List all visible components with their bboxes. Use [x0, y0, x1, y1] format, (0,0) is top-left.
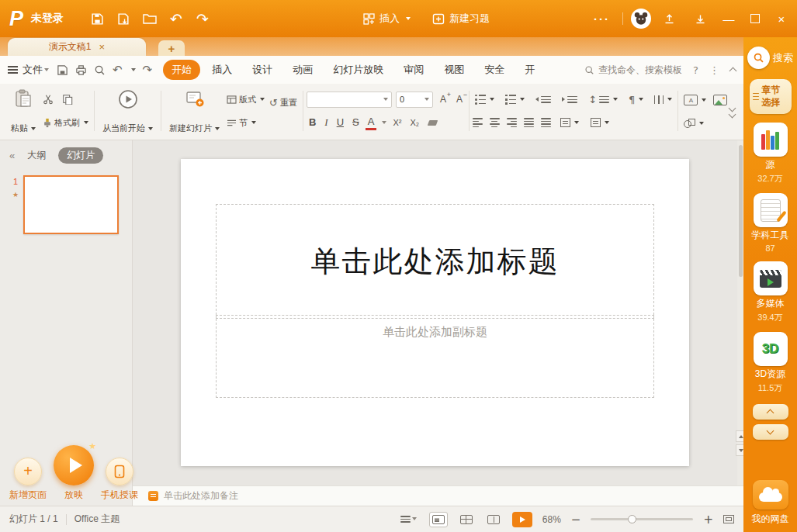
reading-view-button[interactable] [485, 513, 502, 527]
zoom-in-button[interactable]: + [703, 513, 713, 527]
paste-button[interactable]: 粘贴 [6, 86, 40, 136]
subtitle-placeholder[interactable]: 单击此处添加副标题 [216, 315, 654, 398]
start-from-current-button[interactable]: 从当前开始 [98, 86, 158, 136]
save-button[interactable] [84, 7, 110, 30]
align-center-button[interactable] [490, 118, 500, 127]
upload-button[interactable] [656, 7, 682, 30]
resource-card-subject-tools[interactable]: 学科工具 87 [752, 193, 789, 253]
tab-view[interactable]: 视图 [435, 60, 473, 80]
cut-button[interactable] [40, 92, 56, 107]
title-placeholder[interactable]: 单击此处添加标题 [216, 204, 654, 319]
print-preview-icon[interactable] [94, 64, 106, 76]
align-left-button[interactable] [473, 118, 483, 127]
redo-button[interactable]: ↷ [189, 7, 216, 30]
increase-indent-button[interactable] [560, 95, 580, 105]
undo-button[interactable]: ↶ [163, 7, 189, 30]
collapse-ribbon-icon[interactable] [729, 67, 737, 75]
zoom-level[interactable]: 68% [542, 514, 561, 525]
open-folder-button[interactable] [137, 7, 163, 30]
notes-toggle-button[interactable] [398, 513, 419, 525]
zoom-slider[interactable] [591, 518, 693, 520]
section-button[interactable]: 节 [224, 116, 258, 130]
new-slide-button[interactable]: 新建幻灯片 [165, 86, 224, 136]
insert-quick-button[interactable]: 插入 [363, 12, 411, 26]
save-as-button[interactable] [110, 7, 137, 30]
new-exercise-button[interactable]: 新建习题 [432, 12, 490, 26]
vertical-scrollbar[interactable] [737, 140, 743, 485]
help-button[interactable]: ? [693, 64, 698, 76]
italic-button[interactable]: I [322, 116, 330, 129]
shapes-button[interactable] [681, 117, 706, 130]
slide-1-thumbnail[interactable] [23, 175, 119, 234]
underline-button[interactable]: U [334, 116, 346, 129]
resource-card-3d[interactable]: 3D 3D资源 11.5万 [754, 332, 788, 394]
cloud-drive-button[interactable]: 我的网盘 [752, 480, 789, 526]
font-color-dropdown[interactable] [382, 121, 386, 124]
strikethrough-button[interactable]: S [350, 116, 362, 129]
justify-button[interactable] [524, 118, 534, 127]
slide-canvas[interactable]: 单击此处添加标题 单击此处添加副标题 [181, 159, 689, 466]
download-button[interactable] [687, 7, 713, 30]
save-icon[interactable] [57, 64, 68, 76]
slide-sorter-view-button[interactable] [458, 513, 475, 527]
new-tab-button[interactable]: + [158, 40, 185, 56]
resource-card-multimedia[interactable]: 多媒体 39.4万 [754, 261, 788, 323]
more-menu-button[interactable]: ··· [589, 12, 615, 26]
font-size-select[interactable]: 0 [396, 92, 433, 108]
subscript-button[interactable]: X₂ [407, 118, 421, 128]
format-painter-button[interactable]: 格式刷 [40, 116, 91, 130]
redo-icon[interactable]: ↷ [143, 64, 153, 76]
theme-name[interactable]: Office 主题 [75, 513, 120, 526]
sidebar-scroll-down-button[interactable] [753, 424, 788, 440]
undo-icon[interactable]: ↶ [113, 64, 123, 76]
zoom-out-button[interactable]: − [571, 513, 581, 527]
columns-button[interactable] [652, 94, 674, 105]
copy-button[interactable] [60, 92, 75, 107]
more-tools-button[interactable] [729, 105, 735, 117]
superscript-button[interactable]: X² [390, 118, 404, 128]
command-search[interactable]: 查找命令、搜索模板 [584, 64, 682, 77]
tab-animation[interactable]: 动画 [284, 60, 321, 80]
play-slideshow-button[interactable] [512, 512, 532, 527]
login-status[interactable]: 未登录 [31, 12, 64, 26]
tab-slideshow[interactable]: 幻灯片放映 [324, 60, 392, 80]
outline-tab[interactable]: 大纲 [27, 149, 46, 162]
decrease-font-button[interactable]: A [453, 94, 466, 105]
slides-tab[interactable]: 幻灯片 [58, 147, 103, 164]
chapter-select-button[interactable]: 章节选择 [750, 79, 792, 114]
tab-security[interactable]: 安全 [476, 60, 513, 80]
fit-to-window-button[interactable] [723, 515, 734, 523]
collapse-panel-icon[interactable]: « [9, 150, 15, 161]
close-tab-icon[interactable]: × [99, 41, 106, 53]
document-tab[interactable]: 演示文稿1 × [8, 38, 146, 56]
font-family-select[interactable] [307, 92, 392, 108]
align-right-button[interactable] [507, 118, 517, 127]
minimize-button[interactable]: — [718, 7, 740, 30]
print-icon[interactable] [75, 64, 87, 76]
text-direction-button[interactable]: ¶ [626, 93, 646, 106]
kebab-menu-icon[interactable]: ⋮ [709, 64, 719, 76]
font-color-button[interactable]: A [366, 116, 377, 130]
slideshow-play-button[interactable]: ★ 放映 [54, 445, 94, 502]
maximize-button[interactable] [744, 7, 766, 30]
notes-bar[interactable]: 单击此处添加备注 [133, 485, 743, 506]
resource-card-lessons[interactable]: 源 32.7万 [754, 123, 788, 185]
picture-button[interactable] [712, 92, 728, 108]
tab-review[interactable]: 审阅 [395, 60, 432, 80]
avatar[interactable] [631, 9, 651, 29]
vertical-align-button[interactable] [558, 116, 581, 129]
normal-view-button[interactable] [429, 512, 448, 527]
slide-thumbnail-row[interactable]: 1 ★ [0, 169, 132, 234]
resource-search-button[interactable]: 搜索 [747, 47, 793, 69]
distribute-button[interactable] [541, 118, 551, 127]
text-spacing-button[interactable] [588, 116, 612, 129]
reset-button[interactable]: ↺ 重置 [267, 95, 300, 110]
file-menu[interactable]: 文件 [8, 63, 49, 77]
increase-font-button[interactable]: A [437, 94, 449, 105]
numbered-list-button[interactable] [503, 93, 527, 106]
mobile-teaching-button[interactable]: 手机授课 [101, 458, 138, 502]
sidebar-scroll-up-button[interactable] [753, 404, 788, 420]
new-page-button[interactable]: + 新增页面 [9, 458, 47, 502]
decrease-indent-button[interactable] [533, 95, 553, 105]
tab-developer-clipped[interactable]: 开 [516, 60, 543, 80]
